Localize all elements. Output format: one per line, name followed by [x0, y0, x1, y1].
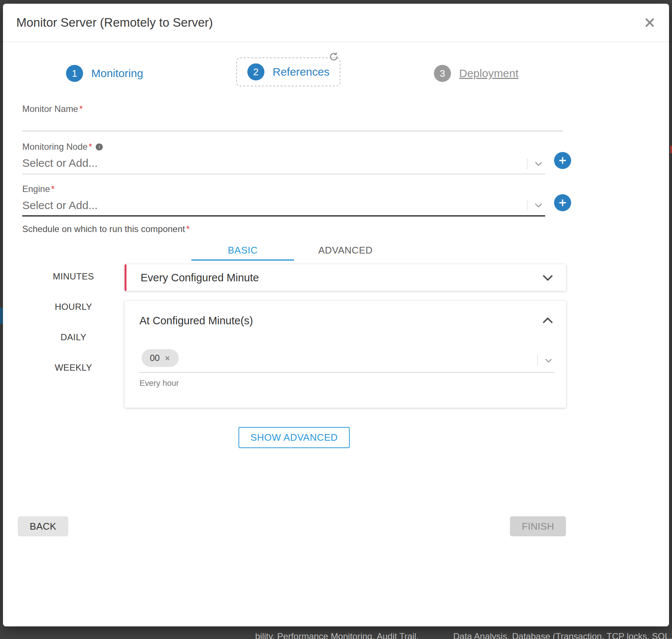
schedule-cards: Every Configured Minute At Configured Mi… [125, 264, 566, 417]
chevron-down-icon[interactable] [541, 271, 555, 285]
add-engine-button[interactable] [554, 194, 571, 211]
engine-label-text: Engine [22, 184, 50, 194]
engine-select[interactable]: Select or Add... [22, 197, 545, 216]
refresh-icon[interactable] [329, 52, 339, 62]
finish-button[interactable]: FINISH [510, 516, 566, 536]
minute-chip-value: 00 [150, 353, 160, 363]
step-3-badge: 3 [434, 65, 451, 82]
step-2-label: References [273, 66, 329, 78]
monitoring-node-label-text: Monitoring Node [22, 142, 88, 152]
minute-chip[interactable]: 00 [142, 349, 179, 367]
select-end [537, 355, 553, 366]
step-2-badge: 2 [247, 63, 264, 80]
step-deployment[interactable]: 3 Deployment [434, 65, 518, 82]
monitoring-node-row: Select or Add... [22, 152, 566, 174]
engine-placeholder: Select or Add... [22, 199, 98, 211]
chevron-down-icon[interactable] [533, 200, 544, 211]
chevron-down-icon[interactable] [544, 356, 553, 365]
step-3-label: Deployment [459, 67, 518, 80]
step-1-label: Monitoring [91, 67, 143, 80]
separator [527, 200, 527, 211]
chevron-up-icon[interactable] [541, 314, 555, 328]
required-marker: * [79, 104, 83, 114]
info-icon[interactable]: i [96, 143, 103, 150]
monitor-name-input[interactable] [22, 115, 563, 131]
dialog-header: Monitor Server (Remotely to Server) [3, 4, 669, 42]
tab-basic[interactable]: BASIC [191, 241, 294, 261]
required-marker: * [186, 224, 190, 234]
separator [527, 158, 527, 169]
minutes-hint: Every hour [139, 378, 555, 388]
wizard-stepper: 1 Monitoring 2 References 3 Deployment [3, 42, 669, 96]
required-marker: * [51, 184, 55, 194]
chevron-down-icon[interactable] [533, 159, 544, 169]
engine-label: Engine* [22, 184, 566, 194]
minutes-field: 00 [139, 349, 555, 388]
step-references[interactable]: 2 References [236, 57, 340, 86]
schedule-label-text: Schedule on which to run this component [22, 224, 185, 234]
backdrop-text-right: Data Analysis, Database (Transaction, TC… [453, 631, 672, 639]
at-configured-minutes-header[interactable]: At Configured Minute(s) [139, 314, 555, 328]
backdrop-fragment-red [670, 146, 672, 153]
dialog-footer: BACK FINISH [18, 516, 566, 536]
monitoring-node-select[interactable]: Select or Add... [22, 155, 545, 174]
required-marker: * [89, 142, 92, 152]
schedule-tabs: BASIC ADVANCED [22, 241, 566, 261]
backdrop-fragment-blue [0, 308, 3, 324]
chip-remove-icon[interactable] [164, 355, 171, 361]
frequency-list: MINUTES HOURLY DAILY WEEKLY [22, 264, 125, 417]
schedule-body: MINUTES HOURLY DAILY WEEKLY Every Config… [22, 264, 566, 417]
monitoring-node-placeholder: Select or Add... [22, 157, 98, 169]
frequency-minutes[interactable]: MINUTES [22, 270, 125, 283]
dialog-body: Monitor Name* Monitoring Node* i Select … [22, 96, 566, 448]
add-monitoring-node-button[interactable] [554, 152, 571, 169]
show-advanced-button[interactable]: SHOW ADVANCED [238, 427, 350, 448]
select-end [527, 200, 544, 211]
card-title: Every Configured Minute [141, 272, 259, 284]
close-button[interactable] [642, 14, 658, 31]
engine-row: Select or Add... [22, 194, 566, 216]
minutes-input[interactable]: 00 [139, 349, 555, 373]
every-configured-minute-card[interactable]: Every Configured Minute [125, 264, 566, 291]
show-advanced-row: SHOW ADVANCED [22, 427, 566, 448]
dialog-title: Monitor Server (Remotely to Server) [16, 16, 213, 30]
frequency-weekly[interactable]: WEEKLY [22, 361, 125, 374]
frequency-daily[interactable]: DAILY [22, 331, 125, 344]
schedule-label: Schedule on which to run this component* [22, 224, 566, 234]
step-1-badge: 1 [66, 65, 83, 82]
back-button[interactable]: BACK [18, 516, 68, 536]
plus-icon [559, 156, 567, 165]
frequency-hourly[interactable]: HOURLY [22, 300, 125, 314]
card-title: At Configured Minute(s) [139, 315, 253, 327]
monitor-name-label: Monitor Name* [22, 104, 566, 114]
at-configured-minutes-card: At Configured Minute(s) 00 [125, 301, 566, 408]
monitoring-node-label: Monitoring Node* i [22, 142, 566, 152]
separator [537, 355, 538, 366]
select-end [527, 158, 544, 169]
monitor-name-label-text: Monitor Name [22, 104, 78, 114]
monitor-server-dialog: Monitor Server (Remotely to Server) 1 Mo… [3, 4, 669, 626]
plus-icon [559, 199, 567, 207]
close-icon [644, 17, 656, 29]
tab-advanced[interactable]: ADVANCED [294, 241, 397, 261]
step-monitoring[interactable]: 1 Monitoring [66, 65, 143, 82]
backdrop-text-left: bility, Performance Monitoring, Audit Tr… [255, 631, 419, 639]
